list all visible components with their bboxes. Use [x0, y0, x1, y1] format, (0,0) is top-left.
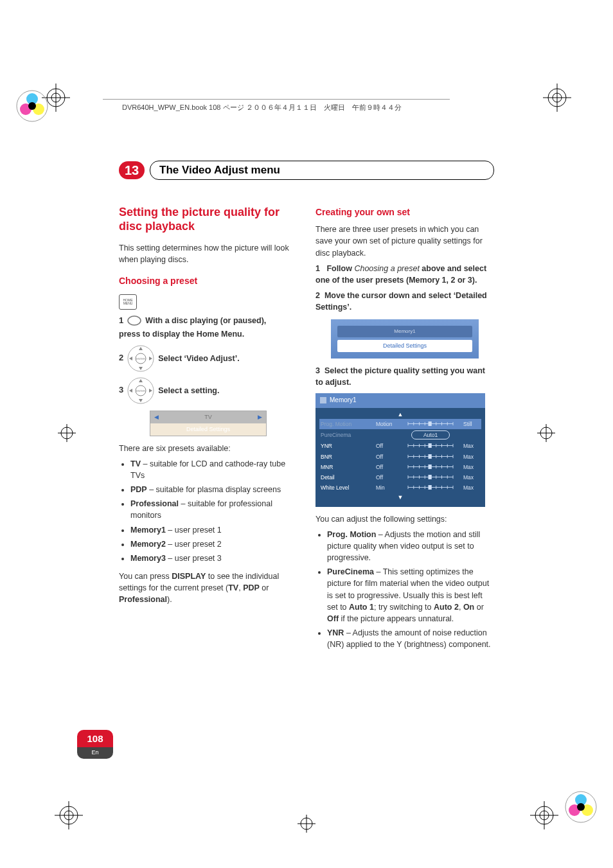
- registration-mark: [55, 801, 83, 829]
- list-item: Memory1 – user preset 1: [130, 524, 298, 536]
- step-number: 2: [119, 352, 123, 364]
- registration-mark: [298, 815, 315, 833]
- ui-title: Memory1: [337, 326, 472, 337]
- svg-text:ENTER: ENTER: [136, 357, 145, 360]
- ui-detailed-settings: Memory1 ▲ Prog. MotionMotionStillPureCin…: [315, 393, 485, 507]
- step-text: With a disc playing (or paused),: [145, 315, 266, 326]
- chapter-heading: 13 The Video Adjust menu: [119, 161, 494, 180]
- svg-text:ENTER: ENTER: [136, 389, 145, 393]
- nav-enter-icon: ENTER: [127, 377, 154, 404]
- list-item: TV – suitable for LCD and cathode-ray tu…: [130, 458, 298, 481]
- list-item: PureCinema – This setting optimizes the …: [327, 566, 494, 624]
- bullet-list: TV – suitable for LCD and cathode-ray tu…: [119, 458, 298, 564]
- body-text: There are six presets available:: [119, 443, 298, 454]
- registration-mark: [543, 84, 571, 112]
- ui-title: Memory1: [330, 396, 357, 405]
- table-row: YNROffMax: [319, 441, 481, 451]
- ui-memory-box: Memory1 Detailed Settings: [331, 319, 479, 359]
- svg-marker-46: [139, 379, 143, 382]
- list-item: Memory3 – user preset 3: [130, 553, 298, 564]
- registration-mark: [58, 424, 76, 442]
- svg-point-35: [128, 316, 141, 325]
- ui-menu-item: Detailed Settings: [150, 423, 266, 436]
- list-item: YNR – Adjusts the amount of noise reduct…: [327, 627, 494, 650]
- nav-enter-icon: ENTER: [127, 345, 154, 372]
- right-arrow-icon: ▶: [254, 413, 266, 421]
- body-text: There are three user presets in which yo…: [315, 224, 494, 258]
- svg-rect-105: [429, 475, 432, 479]
- subsection-heading: Choosing a preset: [119, 274, 298, 287]
- down-arrow-icon: ▼: [319, 493, 481, 502]
- svg-rect-94: [429, 465, 432, 469]
- print-header-line: DVR640H_WPW_EN.book 108 ページ ２００６年４月１１日 火…: [122, 103, 402, 112]
- svg-rect-72: [429, 443, 432, 448]
- chapter-number: 13: [119, 161, 145, 179]
- ui-preset-selector: ◀ TV ▶ Detailed Settings: [150, 411, 267, 436]
- oval-button-icon: [127, 315, 141, 326]
- table-row: PureCinemaAuto1: [319, 429, 481, 441]
- svg-rect-83: [429, 454, 432, 459]
- step-number: 1: [119, 315, 123, 327]
- cmyk-rosette: [565, 791, 597, 823]
- svg-marker-39: [139, 347, 143, 350]
- step-text: 3 Select the picture quality setting you…: [315, 365, 494, 388]
- home-menu-button-icon: HOME MENU: [119, 294, 137, 310]
- step-number: 3: [119, 384, 123, 396]
- page-lang: En: [77, 747, 113, 759]
- print-header-text: DVR640H_WPW_EN.book 108 ページ ２００６年４月１１日 火…: [122, 103, 402, 111]
- svg-marker-42: [149, 357, 152, 360]
- body-text: You can adjust the following settings:: [315, 513, 494, 525]
- section-heading: Setting the picture quality for disc pla…: [119, 206, 298, 233]
- svg-marker-41: [129, 357, 132, 360]
- page-number-badge: 108 En: [77, 730, 113, 759]
- right-column: Creating your own set There are three us…: [315, 206, 494, 657]
- step-text: Select ‘Video Adjust’.: [158, 353, 239, 364]
- registration-mark: [537, 424, 555, 442]
- step-text: Select a setting.: [158, 385, 219, 396]
- table-row: White LevelMinMax: [319, 483, 481, 493]
- ui-menu-item: Detailed Settings: [337, 340, 472, 352]
- svg-marker-48: [129, 389, 132, 393]
- subsection-heading: Creating your own set: [315, 206, 494, 218]
- body-text: This setting determines how the picture …: [119, 242, 298, 265]
- page-number: 108: [77, 730, 113, 747]
- left-arrow-icon: ◀: [150, 413, 163, 421]
- cmyk-rosette: [16, 90, 48, 122]
- step-text: 2 Move the cursor down and select ‘Detai…: [315, 290, 494, 313]
- chapter-title: The Video Adjust menu: [159, 164, 280, 177]
- body-text: You can press DISPLAY to see the individ…: [119, 571, 298, 605]
- list-item: Professional – suitable for professional…: [130, 498, 298, 521]
- table-row: MNROffMax: [319, 462, 481, 472]
- left-column: Setting the picture quality for disc pla…: [119, 206, 298, 657]
- up-arrow-icon: ▲: [319, 411, 481, 419]
- table-row: BNROffMax: [319, 452, 481, 462]
- bullet-list: Prog. Motion – Adjusts the motion and st…: [315, 529, 494, 650]
- svg-rect-50: [320, 397, 326, 403]
- svg-point-29: [28, 102, 36, 110]
- ui-selected-value: TV: [163, 413, 254, 421]
- list-item: PDP – suitable for plasma display screen…: [130, 484, 298, 495]
- table-row: Prog. MotionMotionStill: [319, 419, 481, 429]
- svg-marker-40: [139, 367, 143, 370]
- table-row: DetailOffMax: [319, 472, 481, 483]
- settings-icon: [319, 396, 327, 404]
- svg-rect-116: [429, 485, 432, 490]
- svg-marker-47: [139, 399, 143, 402]
- step-text: 1 Follow Choosing a preset above and sel…: [315, 263, 494, 286]
- list-item: Memory2 – user preset 2: [130, 538, 298, 550]
- step-text: press to display the Home Menu.: [119, 328, 298, 340]
- svg-point-34: [577, 803, 585, 811]
- registration-mark: [530, 801, 558, 829]
- list-item: Prog. Motion – Adjusts the motion and st…: [327, 529, 494, 563]
- svg-rect-61: [429, 421, 432, 426]
- svg-marker-49: [149, 389, 152, 393]
